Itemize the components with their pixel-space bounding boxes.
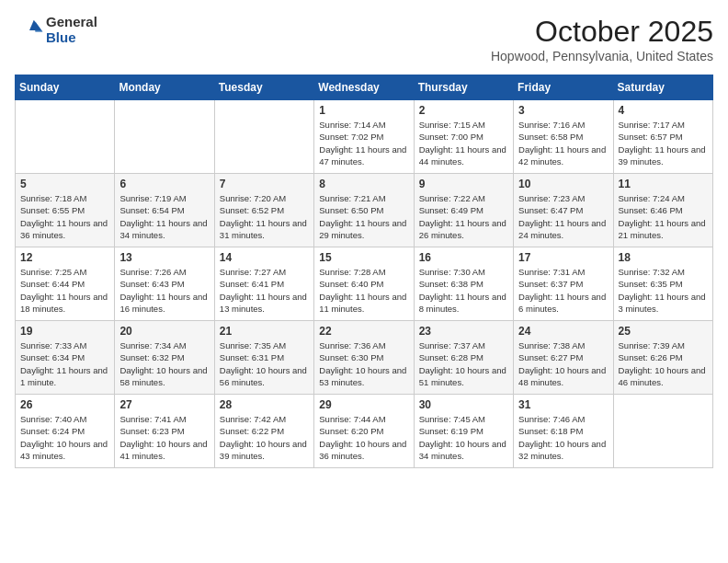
day-number: 4 [619,104,708,117]
day-number: 7 [220,178,309,190]
day-cell: 18Sunrise: 7:32 AM Sunset: 6:35 PM Dayli… [613,247,712,321]
day-info: Sunrise: 7:18 AM Sunset: 6:55 PM Dayligh… [20,192,109,241]
day-info: Sunrise: 7:16 AM Sunset: 6:58 PM Dayligh… [518,119,608,167]
day-number: 29 [319,398,408,411]
day-cell: 3Sunrise: 7:16 AM Sunset: 6:58 PM Daylig… [514,100,613,174]
day-number: 10 [518,178,608,190]
day-cell: 25Sunrise: 7:39 AM Sunset: 6:26 PM Dayli… [613,321,712,395]
day-info: Sunrise: 7:31 AM Sunset: 6:37 PM Dayligh… [518,266,608,315]
day-cell: 7Sunrise: 7:20 AM Sunset: 6:52 PM Daylig… [214,174,313,247]
day-cell [115,100,214,174]
day-number: 31 [518,398,608,411]
day-cell: 15Sunrise: 7:28 AM Sunset: 6:40 PM Dayli… [314,247,414,321]
day-number: 8 [319,178,408,190]
day-info: Sunrise: 7:27 AM Sunset: 6:41 PM Dayligh… [220,266,309,315]
day-cell [214,100,313,174]
day-number: 28 [220,398,309,411]
month-title: October 2025 [491,15,713,49]
day-info: Sunrise: 7:14 AM Sunset: 7:02 PM Dayligh… [319,119,408,167]
day-cell: 17Sunrise: 7:31 AM Sunset: 6:37 PM Dayli… [514,247,613,321]
day-info: Sunrise: 7:35 AM Sunset: 6:31 PM Dayligh… [220,339,309,388]
week-row-2: 5Sunrise: 7:18 AM Sunset: 6:55 PM Daylig… [16,174,713,247]
day-number: 21 [220,325,309,338]
day-cell [16,100,115,174]
day-cell: 30Sunrise: 7:45 AM Sunset: 6:19 PM Dayli… [414,395,513,468]
col-sunday: Sunday [16,75,115,100]
day-cell: 5Sunrise: 7:18 AM Sunset: 6:55 PM Daylig… [16,174,115,247]
day-number: 6 [119,178,209,190]
day-info: Sunrise: 7:38 AM Sunset: 6:27 PM Dayligh… [518,339,608,388]
day-cell: 27Sunrise: 7:41 AM Sunset: 6:23 PM Dayli… [115,395,214,468]
day-number: 19 [20,325,109,338]
day-number: 11 [619,178,708,190]
logo: General Blue [15,15,97,45]
day-cell: 1Sunrise: 7:14 AM Sunset: 7:02 PM Daylig… [314,100,414,174]
day-cell: 16Sunrise: 7:30 AM Sunset: 6:38 PM Dayli… [414,247,513,321]
day-info: Sunrise: 7:24 AM Sunset: 6:46 PM Dayligh… [619,192,708,241]
day-cell: 28Sunrise: 7:42 AM Sunset: 6:22 PM Dayli… [214,395,313,468]
day-info: Sunrise: 7:37 AM Sunset: 6:28 PM Dayligh… [419,339,508,388]
day-cell [613,395,712,468]
logo-icon [15,16,44,45]
week-row-4: 19Sunrise: 7:33 AM Sunset: 6:34 PM Dayli… [16,321,713,395]
logo-general: General [46,15,97,30]
day-info: Sunrise: 7:34 AM Sunset: 6:32 PM Dayligh… [119,339,209,388]
day-cell: 14Sunrise: 7:27 AM Sunset: 6:41 PM Dayli… [214,247,313,321]
day-number: 13 [119,251,209,264]
day-info: Sunrise: 7:30 AM Sunset: 6:38 PM Dayligh… [419,266,508,315]
day-cell: 26Sunrise: 7:40 AM Sunset: 6:24 PM Dayli… [16,395,115,468]
calendar: Sunday Monday Tuesday Wednesday Thursday… [15,75,713,468]
day-number: 18 [619,251,708,264]
week-row-1: 1Sunrise: 7:14 AM Sunset: 7:02 PM Daylig… [16,100,713,174]
day-number: 30 [419,398,508,411]
title-block: October 2025 Hopwood, Pennsylvania, Unit… [491,15,713,63]
day-number: 22 [319,325,408,338]
day-number: 1 [319,104,408,117]
day-number: 9 [419,178,508,190]
day-info: Sunrise: 7:33 AM Sunset: 6:34 PM Dayligh… [20,339,109,388]
day-number: 2 [419,104,508,117]
day-info: Sunrise: 7:25 AM Sunset: 6:44 PM Dayligh… [20,266,109,315]
day-info: Sunrise: 7:28 AM Sunset: 6:40 PM Dayligh… [319,266,408,315]
day-number: 25 [619,325,708,338]
logo-blue: Blue [46,30,97,46]
day-cell: 10Sunrise: 7:23 AM Sunset: 6:47 PM Dayli… [514,174,613,247]
day-info: Sunrise: 7:45 AM Sunset: 6:19 PM Dayligh… [419,413,508,462]
col-friday: Friday [514,75,613,100]
day-number: 15 [319,251,408,264]
day-info: Sunrise: 7:32 AM Sunset: 6:35 PM Dayligh… [619,266,708,315]
day-info: Sunrise: 7:17 AM Sunset: 6:57 PM Dayligh… [619,119,708,167]
col-saturday: Saturday [613,75,712,100]
day-cell: 13Sunrise: 7:26 AM Sunset: 6:43 PM Dayli… [115,247,214,321]
day-cell: 6Sunrise: 7:19 AM Sunset: 6:54 PM Daylig… [115,174,214,247]
day-info: Sunrise: 7:22 AM Sunset: 6:49 PM Dayligh… [419,192,508,241]
day-info: Sunrise: 7:44 AM Sunset: 6:20 PM Dayligh… [319,413,408,462]
page-header: General Blue October 2025 Hopwood, Penns… [15,15,713,63]
day-number: 23 [419,325,508,338]
day-cell: 23Sunrise: 7:37 AM Sunset: 6:28 PM Dayli… [414,321,513,395]
day-number: 27 [119,398,209,411]
day-info: Sunrise: 7:39 AM Sunset: 6:26 PM Dayligh… [619,339,708,388]
col-wednesday: Wednesday [314,75,414,100]
day-info: Sunrise: 7:36 AM Sunset: 6:30 PM Dayligh… [319,339,408,388]
day-cell: 20Sunrise: 7:34 AM Sunset: 6:32 PM Dayli… [115,321,214,395]
day-number: 3 [518,104,608,117]
day-cell: 2Sunrise: 7:15 AM Sunset: 7:00 PM Daylig… [414,100,513,174]
day-info: Sunrise: 7:41 AM Sunset: 6:23 PM Dayligh… [119,413,209,462]
day-cell: 21Sunrise: 7:35 AM Sunset: 6:31 PM Dayli… [214,321,313,395]
day-cell: 12Sunrise: 7:25 AM Sunset: 6:44 PM Dayli… [16,247,115,321]
logo-text: General Blue [46,15,97,45]
day-info: Sunrise: 7:42 AM Sunset: 6:22 PM Dayligh… [220,413,309,462]
day-number: 12 [20,251,109,264]
week-row-5: 26Sunrise: 7:40 AM Sunset: 6:24 PM Dayli… [16,395,713,468]
day-info: Sunrise: 7:26 AM Sunset: 6:43 PM Dayligh… [119,266,209,315]
col-thursday: Thursday [414,75,513,100]
day-cell: 11Sunrise: 7:24 AM Sunset: 6:46 PM Dayli… [613,174,712,247]
day-info: Sunrise: 7:20 AM Sunset: 6:52 PM Dayligh… [220,192,309,241]
day-number: 17 [518,251,608,264]
day-cell: 24Sunrise: 7:38 AM Sunset: 6:27 PM Dayli… [514,321,613,395]
day-number: 24 [518,325,608,338]
col-monday: Monday [115,75,214,100]
day-cell: 31Sunrise: 7:46 AM Sunset: 6:18 PM Dayli… [514,395,613,468]
header-row: Sunday Monday Tuesday Wednesday Thursday… [16,75,713,100]
